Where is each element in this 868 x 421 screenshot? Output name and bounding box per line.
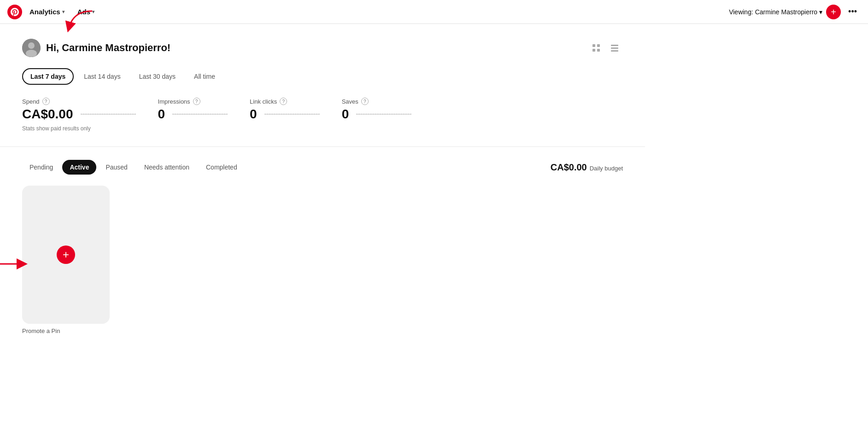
stat-saves-value: 0 xyxy=(342,107,349,122)
stats-note: Stats show paid results only xyxy=(22,125,623,132)
svg-rect-5 xyxy=(597,44,600,47)
header-section: Hi, Carmine Mastropierro! xyxy=(22,39,623,57)
stat-saves-bar xyxy=(356,114,411,115)
add-button[interactable]: + xyxy=(826,5,841,19)
promote-pin-section: + Promote a Pin xyxy=(22,186,110,334)
stat-link-clicks-value-row: 0 xyxy=(250,107,320,122)
viewing-chevron-icon: ▾ xyxy=(819,8,822,16)
nav-left: Analytics ▾ Ads ▾ xyxy=(7,4,100,19)
stat-saves: Saves ? 0 xyxy=(342,98,412,122)
svg-rect-9 xyxy=(611,47,618,49)
stat-impressions: Impressions ? 0 xyxy=(158,98,228,122)
tab-last-7-days[interactable]: Last 7 days xyxy=(22,68,74,85)
tab-last-30-days[interactable]: Last 30 days xyxy=(131,68,184,85)
stat-spend-label: Spend xyxy=(22,98,40,105)
stat-impressions-value: 0 xyxy=(158,107,165,122)
daily-budget-value: CA$0.00 xyxy=(551,162,587,173)
impressions-help-icon[interactable]: ? xyxy=(193,98,200,105)
analytics-chevron-icon: ▾ xyxy=(62,9,65,14)
link-clicks-help-icon[interactable]: ? xyxy=(280,98,287,105)
ads-chevron-icon: ▾ xyxy=(92,9,94,14)
viewing-account[interactable]: Viewing: Carmine Mastropierro ▾ xyxy=(729,8,822,16)
svg-point-3 xyxy=(26,50,37,57)
svg-rect-7 xyxy=(597,49,600,52)
stat-spend-value-row: CA$0.00 xyxy=(22,107,136,122)
ads-label: Ads xyxy=(77,8,90,16)
stats-section: Spend ? CA$0.00 Impressions ? 0 Link cli… xyxy=(22,98,623,122)
stat-impressions-label: Impressions xyxy=(158,98,190,105)
stat-spend-label-row: Spend ? xyxy=(22,98,136,105)
svg-rect-6 xyxy=(592,49,595,52)
list-view-button[interactable] xyxy=(606,40,623,56)
svg-rect-8 xyxy=(611,45,618,46)
stat-link-clicks-label-row: Link clicks ? xyxy=(250,98,320,105)
view-toggle xyxy=(588,40,623,56)
stat-impressions-value-row: 0 xyxy=(158,107,228,122)
section-divider xyxy=(0,146,645,147)
tab-completed[interactable]: Completed xyxy=(199,160,245,175)
stat-link-clicks-label: Link clicks xyxy=(250,98,277,105)
campaign-section: Pending Active Paused Needs attention Co… xyxy=(22,160,623,175)
daily-budget-display: CA$0.00 Daily budget xyxy=(551,162,623,173)
svg-rect-10 xyxy=(611,50,618,52)
promote-pin-plus-icon: + xyxy=(57,246,75,264)
stat-saves-label-row: Saves ? xyxy=(342,98,412,105)
stat-link-clicks: Link clicks ? 0 xyxy=(250,98,320,122)
campaign-tabs: Pending Active Paused Needs attention Co… xyxy=(22,160,245,175)
avatar xyxy=(22,39,41,57)
daily-budget-label: Daily budget xyxy=(590,165,623,172)
tab-paused[interactable]: Paused xyxy=(98,160,135,175)
stat-impressions-bar xyxy=(172,114,228,115)
main-content: Hi, Carmine Mastropierro! Last xyxy=(0,24,645,350)
viewing-text: Viewing: Carmine Mastropierro xyxy=(729,8,817,16)
ads-nav-item[interactable]: Ads ▾ xyxy=(72,4,100,19)
saves-help-icon[interactable]: ? xyxy=(361,98,369,105)
stat-saves-label: Saves xyxy=(342,98,358,105)
svg-point-2 xyxy=(28,42,35,49)
analytics-label: Analytics xyxy=(29,8,60,16)
stat-link-clicks-bar xyxy=(264,114,320,115)
tab-all-time[interactable]: All time xyxy=(186,68,223,85)
promote-pin-card[interactable]: + xyxy=(22,186,110,324)
stat-impressions-label-row: Impressions ? xyxy=(158,98,228,105)
nav-right: Viewing: Carmine Mastropierro ▾ + ••• xyxy=(729,5,861,19)
date-tabs: Last 7 days Last 14 days Last 30 days Al… xyxy=(22,68,623,85)
stat-spend-value: CA$0.00 xyxy=(22,107,73,122)
greeting-text: Hi, Carmine Mastropierro! xyxy=(46,42,170,54)
tab-active[interactable]: Active xyxy=(62,160,96,175)
greeting: Hi, Carmine Mastropierro! xyxy=(22,39,170,57)
analytics-nav-item[interactable]: Analytics ▾ xyxy=(24,4,70,19)
pinterest-logo[interactable] xyxy=(7,5,22,19)
svg-rect-4 xyxy=(592,44,595,47)
stat-saves-value-row: 0 xyxy=(342,107,412,122)
more-options-button[interactable]: ••• xyxy=(845,5,861,18)
promote-pin-label: Promote a Pin xyxy=(22,327,110,334)
top-navigation: Analytics ▾ Ads ▾ Viewing: Carmine Mastr… xyxy=(0,0,868,24)
tab-last-14-days[interactable]: Last 14 days xyxy=(76,68,129,85)
spend-help-icon[interactable]: ? xyxy=(42,98,50,105)
stat-link-clicks-value: 0 xyxy=(250,107,257,122)
stat-spend-bar xyxy=(81,114,136,115)
grid-view-button[interactable] xyxy=(588,40,604,56)
tab-needs-attention[interactable]: Needs attention xyxy=(137,160,197,175)
stat-spend: Spend ? CA$0.00 xyxy=(22,98,136,122)
tab-pending[interactable]: Pending xyxy=(22,160,60,175)
